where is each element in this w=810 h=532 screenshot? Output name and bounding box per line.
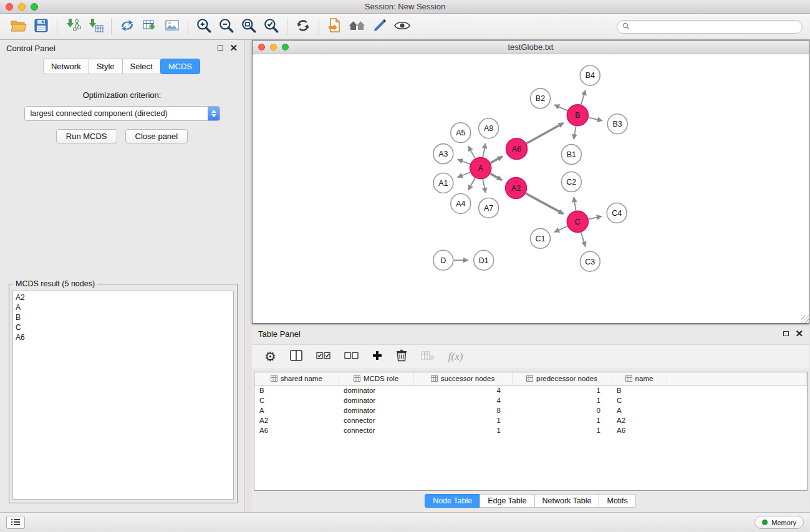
table-row[interactable]: A6connector11A6 [254, 425, 807, 435]
mcds-result-item[interactable]: B [16, 312, 233, 322]
mcds-result-list[interactable]: A2ABCA6 [12, 291, 234, 500]
network-minimize-button[interactable] [270, 44, 277, 51]
close-table-panel-icon[interactable]: ✕ [795, 331, 803, 337]
edge-C-C3[interactable] [581, 233, 586, 247]
table-row[interactable]: Bdominator41B [254, 385, 807, 395]
edge-B-B2[interactable] [554, 105, 567, 110]
menu-button[interactable] [6, 516, 25, 529]
graphics-details-button[interactable] [391, 17, 413, 37]
optimization-select[interactable]: largest connected component (directed) [24, 106, 220, 121]
zoom-selected-button[interactable] [260, 17, 282, 37]
select-all-button[interactable] [316, 351, 330, 363]
show-columns-button[interactable] [290, 350, 302, 364]
search-input[interactable] [633, 22, 797, 31]
column-header-shared-name[interactable]: shared name [254, 372, 339, 385]
tab-network[interactable]: Network [43, 59, 89, 74]
table-cell[interactable]: A [254, 405, 339, 415]
table-cell[interactable]: 1 [413, 415, 512, 425]
run-mcds-button[interactable]: Run MCDS [56, 129, 117, 143]
network-close-button[interactable] [258, 44, 265, 51]
table-settings-button[interactable]: ⚙ [264, 351, 276, 363]
float-table-panel-icon[interactable] [783, 331, 789, 336]
mcds-result-item[interactable]: A6 [16, 332, 233, 342]
table-cell[interactable]: 1 [512, 395, 612, 405]
delete-column-button[interactable] [396, 349, 407, 364]
network-canvas[interactable]: B4B2BB3A5A8A6B1A3AA1A2C2A4A7C4CC1C3DD1 [253, 55, 809, 323]
column-header-predecessor-nodes[interactable]: predecessor nodes [512, 372, 612, 385]
table-cell[interactable]: A [612, 405, 667, 415]
delete-table-button[interactable] [421, 351, 435, 363]
zoom-out-button[interactable] [215, 17, 238, 37]
add-column-button[interactable] [372, 351, 382, 363]
import-table-button[interactable] [84, 17, 107, 37]
edge-A-A6[interactable] [491, 157, 503, 163]
edge-A-A3[interactable] [458, 160, 470, 165]
annotation-pen-button[interactable] [369, 17, 391, 37]
table-cell[interactable]: C [254, 395, 339, 405]
table-cell[interactable]: dominator [339, 385, 413, 395]
close-panel-button[interactable]: Close panel [125, 129, 188, 143]
tab-select[interactable]: Select [122, 59, 161, 74]
export-image-button[interactable] [161, 17, 183, 37]
memory-button[interactable]: Memory [755, 516, 804, 529]
apply-layout-button[interactable] [292, 17, 314, 37]
edge-A-A1[interactable] [458, 172, 470, 177]
table-cell[interactable]: 4 [413, 395, 512, 405]
table-cell[interactable]: connector [339, 415, 413, 425]
mcds-result-item[interactable]: A2 [16, 293, 233, 302]
mcds-result-item[interactable]: C [16, 322, 233, 332]
table-cell[interactable]: 8 [413, 405, 512, 415]
table-cell[interactable]: 1 [512, 385, 612, 395]
new-network-button[interactable] [116, 17, 138, 37]
zoom-window-button[interactable] [31, 3, 38, 11]
tab-network-table[interactable]: Network Table [534, 494, 600, 508]
new-table-button[interactable] [138, 17, 161, 37]
edge-A-A5[interactable] [468, 146, 475, 158]
network-zoom-button[interactable] [282, 44, 289, 51]
edge-A-A8[interactable] [483, 143, 485, 157]
table-cell[interactable]: A2 [254, 415, 339, 425]
minimize-window-button[interactable] [18, 3, 26, 11]
deselect-all-button[interactable] [344, 351, 359, 363]
table-cell[interactable]: connector [339, 425, 413, 435]
import-network-button[interactable] [62, 17, 84, 37]
table-cell[interactable]: B [612, 385, 667, 395]
function-builder-button[interactable]: f(x) [448, 351, 463, 363]
save-session-button[interactable] [30, 17, 52, 37]
table-cell[interactable]: A2 [612, 415, 667, 425]
edge-C-C2[interactable] [574, 197, 576, 210]
close-window-button[interactable] [6, 3, 13, 11]
edge-A6-B[interactable] [526, 123, 563, 143]
table-cell[interactable]: A6 [254, 425, 339, 435]
zoom-fit-button[interactable] [238, 17, 260, 37]
table-cell[interactable]: B [254, 385, 339, 395]
tab-node-table[interactable]: Node Table [425, 494, 480, 508]
table-row[interactable]: A2connector11A2 [254, 415, 807, 425]
table-cell[interactable]: A6 [612, 425, 667, 435]
column-header-successor-nodes[interactable]: successor nodes [413, 372, 512, 385]
float-panel-icon[interactable] [218, 46, 223, 51]
search-field[interactable] [617, 20, 803, 34]
close-panel-icon[interactable]: ✕ [229, 45, 238, 51]
edge-A-A4[interactable] [468, 178, 475, 190]
table-cell[interactable]: 4 [413, 385, 512, 395]
tab-mcds[interactable]: MCDS [160, 59, 200, 74]
table-row[interactable]: Cdominator41C [254, 395, 807, 405]
edge-C-C1[interactable] [554, 226, 567, 232]
mcds-result-item[interactable]: A [16, 302, 233, 312]
window-resize-handle[interactable] [801, 316, 809, 323]
edge-A-A2[interactable] [490, 173, 502, 180]
table-cell[interactable]: 0 [512, 405, 612, 415]
edge-A2-C[interactable] [526, 193, 563, 214]
home-views-button[interactable] [346, 17, 369, 37]
column-header-mcds-role[interactable]: MCDS role [339, 372, 413, 385]
tab-style[interactable]: Style [89, 59, 123, 74]
edge-B-B1[interactable] [574, 127, 576, 139]
tab-motifs[interactable]: Motifs [599, 494, 635, 508]
edge-B-B4[interactable] [581, 90, 586, 105]
table-cell[interactable]: 1 [512, 425, 612, 435]
zoom-in-button[interactable] [193, 17, 215, 37]
table-row[interactable]: Adominator80A [254, 405, 807, 415]
column-header-name[interactable]: name [612, 372, 667, 385]
table-cell[interactable]: dominator [339, 395, 413, 405]
